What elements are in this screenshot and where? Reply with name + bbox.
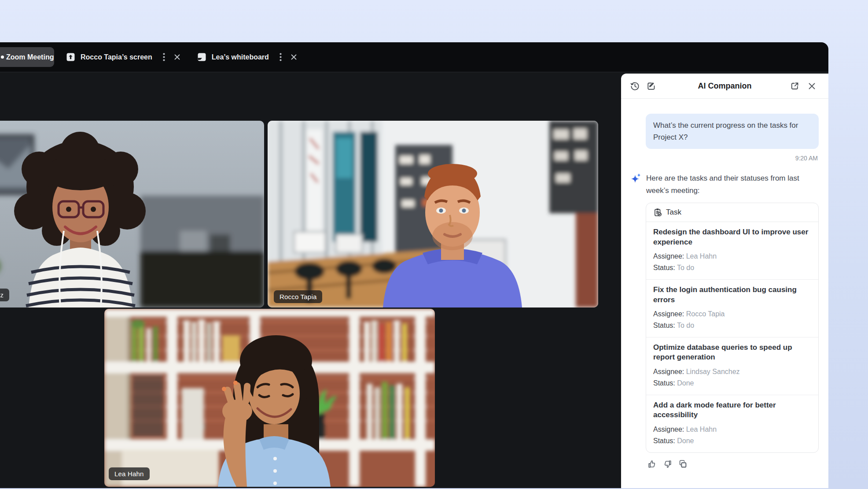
task-title: Fix the login authentication bug causing…	[653, 285, 811, 304]
participant-name-label: Lea Hahn	[109, 467, 150, 480]
task-row: Fix the login authentication bug causing…	[646, 280, 818, 337]
tab-menu-icon[interactable]	[278, 53, 284, 62]
new-chat-icon[interactable]	[646, 81, 656, 91]
task-card: Task Redesign the dashboard UI to improv…	[646, 203, 819, 453]
ai-companion-panel: AI Companion What’s the current progress…	[621, 74, 828, 488]
ai-companion-header: AI Companion	[621, 74, 828, 99]
video-tile-lea-hahn: Lea Hahn	[104, 309, 435, 487]
task-title: Optimize database queries to speed up re…	[653, 343, 811, 362]
task-card-header: Task	[646, 203, 818, 222]
participant-name-label: ez	[0, 289, 9, 301]
thumbs-down-icon[interactable]	[663, 459, 672, 469]
task-title: Add a dark mode feature for better acces…	[653, 400, 811, 420]
task-assignee: Assignee: Rocco Tapia	[653, 308, 811, 320]
chat-area: What’s the current progress on the tasks…	[621, 99, 828, 469]
task-assignee: Assignee: Lea Hahn	[653, 424, 811, 435]
copy-icon[interactable]	[678, 459, 688, 469]
task-row: Optimize database queries to speed up re…	[646, 337, 818, 395]
tab-close-icon[interactable]	[290, 53, 298, 61]
task-status: Status: To do	[653, 262, 811, 274]
task-status: Status: Done	[653, 378, 811, 389]
task-list-icon	[653, 208, 662, 217]
tab-label: Zoom Meeting	[6, 47, 54, 67]
user-message-bubble: What’s the current progress on the tasks…	[646, 114, 819, 149]
active-tab-dot-icon	[1, 56, 4, 59]
meeting-window: Zoom Meeting Rocco Tapia’s screen	[0, 42, 828, 488]
task-card-title: Task	[666, 208, 681, 217]
ai-companion-sparkle-icon	[630, 173, 642, 185]
tab-zoom-meeting[interactable]: Zoom Meeting	[0, 47, 54, 67]
tab-close-icon[interactable]	[173, 53, 181, 61]
thumbs-up-icon[interactable]	[647, 459, 657, 469]
share-screen-icon	[66, 52, 75, 62]
task-status: Status: To do	[653, 320, 811, 331]
ai-message-text: Here are the tasks and their statuses fr…	[646, 172, 819, 196]
task-title: Redesign the dashboard UI to improve use…	[653, 227, 811, 247]
task-status: Status: Done	[653, 435, 811, 447]
feedback-bar	[647, 459, 819, 469]
task-assignee: Assignee: Lindsay Sanchez	[653, 366, 811, 378]
tab-label: Rocco Tapia’s screen	[81, 53, 152, 61]
ai-message: Here are the tasks and their statuses fr…	[630, 172, 819, 196]
tab-label: Lea’s whiteboard	[212, 53, 269, 61]
tab-lea-whiteboard[interactable]: Lea’s whiteboard	[197, 52, 269, 62]
history-icon[interactable]	[630, 81, 640, 91]
video-tile-participant-1: ez	[0, 121, 264, 307]
task-assignee: Assignee: Lea Hahn	[653, 251, 811, 262]
tab-bar: Zoom Meeting Rocco Tapia’s screen	[0, 42, 828, 72]
tab-menu-icon[interactable]	[161, 53, 167, 62]
close-icon[interactable]	[807, 81, 817, 91]
video-tile-rocco-tapia: Rocco Tapia	[268, 121, 598, 307]
participant-name-label: Rocco Tapia	[274, 290, 322, 303]
pop-out-icon[interactable]	[790, 81, 800, 91]
tab-rocco-screen[interactable]: Rocco Tapia’s screen	[66, 52, 152, 62]
task-row: Add a dark mode feature for better acces…	[646, 395, 818, 452]
task-row: Redesign the dashboard UI to improve use…	[646, 222, 818, 280]
whiteboard-icon	[197, 52, 206, 62]
message-timestamp: 9:20 AM	[630, 155, 818, 162]
